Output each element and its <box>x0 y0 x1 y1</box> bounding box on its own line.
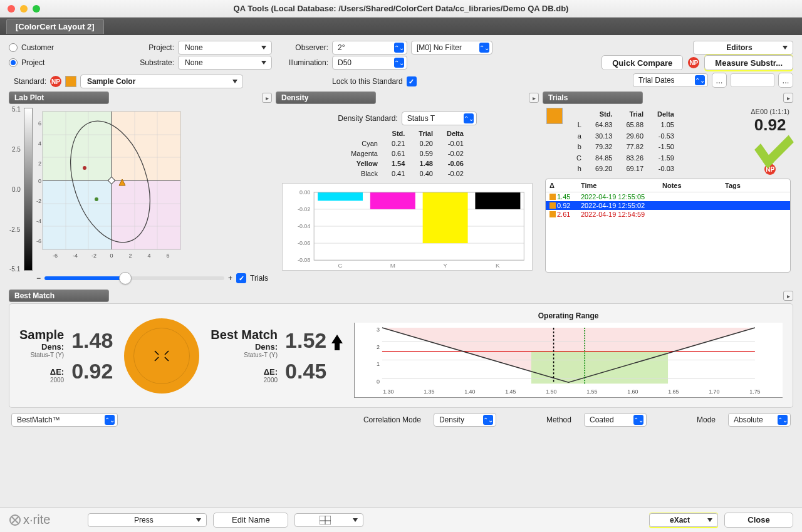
project-field-label: Project: <box>130 43 174 52</box>
svg-text:0.00: 0.00 <box>299 189 310 196</box>
observer-select[interactable]: 2°⌃⌄ <box>332 41 407 55</box>
footer: x·rite Press Edit Name eXact Close <box>0 507 802 532</box>
svg-text:-4: -4 <box>73 253 78 259</box>
labplot-panel: 5.1 2.5 0.0 -2.5 -5.1 <box>9 105 272 286</box>
window-titlebar: QA Tools (Local Database: /Users/Shared/… <box>0 0 802 18</box>
standard-dropdown[interactable]: Sample Color <box>80 75 243 88</box>
trial-row[interactable]: 1.452022-04-19 12:55:05 <box>546 192 790 201</box>
svg-text:4: 4 <box>38 140 41 147</box>
project-radio[interactable] <box>9 58 18 67</box>
svg-rect-50 <box>423 192 468 243</box>
svg-text:1.70: 1.70 <box>709 389 719 395</box>
trial-dates-select[interactable]: Trial Dates⌃⌄ <box>633 73 708 87</box>
substrate-dropdown[interactable]: None <box>178 56 272 70</box>
bestmatch-panel: Sample Dens: Status-T (Y) ΔE: 2000 1.48 … <box>9 303 793 408</box>
device-exact-dropdown[interactable]: eXact <box>649 513 718 527</box>
mode-label: Mode <box>697 415 716 424</box>
svg-text:2: 2 <box>38 160 41 167</box>
layout-icon-dropdown[interactable] <box>294 513 363 527</box>
bestmatch-header: Best Match <box>9 289 109 302</box>
filter-select[interactable]: [M0] No Filter⌃⌄ <box>411 41 492 55</box>
svg-text:-0.04: -0.04 <box>298 223 310 229</box>
svg-text:1.55: 1.55 <box>586 389 597 395</box>
trial-row[interactable]: 0.922022-04-19 12:55:02 <box>546 201 790 210</box>
trials-header: Trials <box>543 91 643 104</box>
substrate-value: None <box>185 58 203 67</box>
lock-standard-label: Lock to this Standard <box>332 77 403 86</box>
trials-collapse-icon[interactable]: ▸ <box>783 93 793 103</box>
bestmatch-collapse-icon[interactable]: ▸ <box>783 291 793 301</box>
svg-text:1.30: 1.30 <box>383 389 393 395</box>
operating-range-title: Operating Range <box>354 311 783 320</box>
editors-label: Editors <box>726 43 752 52</box>
sample-title: Sample <box>19 328 64 342</box>
layout-tab[interactable]: [ColorCert Layout 2] <box>6 19 104 34</box>
svg-text:4: 4 <box>147 253 150 259</box>
svg-text:6: 6 <box>166 253 169 259</box>
svg-text:1.35: 1.35 <box>424 389 434 395</box>
svg-text:2: 2 <box>128 253 132 259</box>
illumination-select[interactable]: D50⌃⌄ <box>332 56 407 70</box>
trials-cb-label: Trials <box>250 274 268 283</box>
svg-text:1.45: 1.45 <box>505 389 516 395</box>
svg-point-18 <box>83 166 86 170</box>
svg-text:1.50: 1.50 <box>546 389 556 395</box>
edit-name-button[interactable]: Edit Name <box>213 513 288 528</box>
grid-icon <box>320 516 331 524</box>
press-dropdown[interactable]: Press <box>88 513 207 527</box>
svg-text:-4: -4 <box>36 218 41 224</box>
svg-text:-6: -6 <box>36 238 41 244</box>
sample-de-value: 0.92 <box>71 359 113 383</box>
customer-radio[interactable] <box>9 43 18 52</box>
substrate-field-label: Substrate: <box>130 58 174 67</box>
lab-zoom-slider[interactable] <box>44 276 224 280</box>
project-dropdown[interactable]: None <box>178 41 272 55</box>
measure-substrate-button[interactable]: Measure Substr... <box>704 55 793 70</box>
svg-text:0: 0 <box>38 178 41 184</box>
standard-color-swatch[interactable] <box>65 76 76 87</box>
correlation-mode-select[interactable]: Density⌃⌄ <box>434 413 496 427</box>
svg-rect-46 <box>318 192 363 201</box>
date-from-button[interactable]: ... <box>712 73 727 88</box>
svg-text:2: 2 <box>377 344 380 350</box>
labplot-collapse-icon[interactable]: ▸ <box>262 93 272 103</box>
match-dens-value: 1.52 <box>285 328 326 353</box>
svg-text:Y: Y <box>443 262 447 269</box>
np-badge-icon: NP <box>50 76 61 87</box>
l-tick: 2.5 <box>12 146 21 153</box>
l-tick: -2.5 <box>9 226 20 233</box>
slider-minus[interactable]: − <box>36 274 41 283</box>
lock-standard-checkbox[interactable]: ✓ <box>407 76 417 86</box>
editors-dropdown[interactable]: Editors <box>693 41 793 55</box>
density-header: Density <box>276 91 376 104</box>
trials-list[interactable]: Δ Time Notes Tags 1.452022-04-19 12:55:0… <box>545 179 791 273</box>
svg-text:-0.06: -0.06 <box>298 240 310 246</box>
trials-checkbox[interactable]: ✓ <box>236 273 246 283</box>
match-title: Best Match <box>211 328 278 342</box>
illumination-label: Illumination: <box>278 58 328 67</box>
svg-text:C: C <box>338 262 342 269</box>
date-range-field[interactable] <box>731 73 774 87</box>
operating-range-chart: 1.301.351.401.451.501.551.601.651.701.75… <box>354 323 783 398</box>
l-tick: -5.1 <box>9 266 20 273</box>
slider-plus[interactable]: + <box>228 274 232 283</box>
trial-row[interactable]: 2.612022-04-19 12:54:59 <box>546 210 790 219</box>
date-to-button[interactable]: ... <box>778 73 793 88</box>
mode-select[interactable]: Absolute⌃⌄ <box>728 413 791 427</box>
bestmatch-algo-select[interactable]: BestMatch™⌃⌄ <box>11 413 118 427</box>
standard-label: Standard: <box>9 77 46 86</box>
svg-rect-1 <box>43 112 112 180</box>
density-collapse-icon[interactable]: ▸ <box>529 93 539 103</box>
svg-text:1.65: 1.65 <box>668 389 679 395</box>
delta-e-label: ΔE00 (1:1:1) <box>751 108 789 115</box>
svg-text:1.40: 1.40 <box>464 389 475 395</box>
lab-ab-plot: -6-4-2 0246 642 0-2-4-6 <box>36 105 187 268</box>
method-select[interactable]: Coated⌃⌄ <box>584 413 647 427</box>
quick-compare-button[interactable]: Quick Compare <box>602 55 683 70</box>
density-std-select[interactable]: Status T⌃⌄ <box>402 112 477 125</box>
close-button[interactable]: Close <box>724 513 793 528</box>
svg-line-58 <box>165 357 169 361</box>
density-table: Std.TrialDelta Cyan0.210.20-0.01Magenta0… <box>343 128 471 179</box>
svg-text:1.75: 1.75 <box>749 389 760 395</box>
density-std-value: Status T <box>407 114 435 123</box>
